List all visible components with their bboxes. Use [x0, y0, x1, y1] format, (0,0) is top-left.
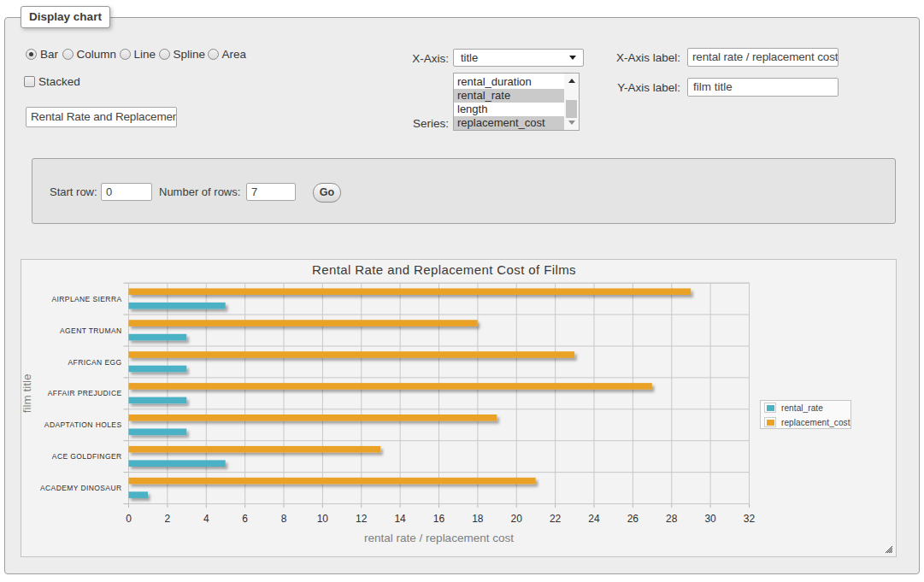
rows-panel: Start row: 0 Number of rows: 7 Go — [32, 158, 896, 224]
svg-text:10: 10 — [317, 513, 329, 525]
svg-text:0: 0 — [126, 513, 132, 525]
svg-text:AFFAIR PREJUDICE: AFFAIR PREJUDICE — [48, 389, 122, 397]
radio-bar[interactable] — [26, 49, 37, 60]
svg-text:AGENT TRUMAN: AGENT TRUMAN — [60, 326, 122, 335]
svg-text:18: 18 — [472, 513, 484, 525]
svg-text:30: 30 — [704, 513, 716, 525]
radio-spline-label[interactable]: Spline — [174, 48, 206, 61]
category-labels: AIRPLANE SIERRAAGENT TRUMANAFRICAN EGGAF… — [40, 295, 122, 492]
listbox-scrollbar[interactable] — [564, 73, 579, 130]
x-tick-labels: 02468101214161820222426283032 — [126, 513, 755, 525]
y-axis-title: film title — [21, 373, 33, 413]
svg-text:6: 6 — [242, 513, 248, 525]
page: Display chart Bar Column Line Spline Are… — [0, 0, 924, 582]
svg-text:AIRPLANE SIERRA: AIRPLANE SIERRA — [51, 295, 121, 303]
x-axis-select[interactable]: title — [453, 49, 584, 67]
stacked-label[interactable]: Stacked — [38, 75, 80, 88]
svg-text:28: 28 — [666, 513, 678, 525]
svg-text:4: 4 — [203, 513, 209, 525]
series-select-label: Series: — [368, 117, 449, 130]
radio-line[interactable] — [120, 49, 131, 60]
legend-label-replacement-cost: replacement_cost — [781, 418, 850, 427]
x-axis-title: rental rate / replacement cost — [364, 532, 514, 544]
radio-item-line[interactable]: Line — [120, 48, 156, 61]
chart-legend: rental_rate replacement_cost — [760, 400, 851, 429]
radio-item-column[interactable]: Column — [62, 48, 117, 61]
svg-text:20: 20 — [511, 513, 523, 525]
radio-area[interactable] — [208, 49, 219, 60]
svg-text:26: 26 — [627, 513, 639, 525]
listbox-option-rental-duration[interactable]: rental_duration — [454, 75, 579, 89]
select-dropdown-arrow-icon — [569, 56, 576, 60]
number-of-rows-label: Number of rows: — [159, 185, 249, 198]
legend-label-rental-rate: rental_rate — [781, 403, 823, 413]
legend-item-rental-rate: rental_rate — [764, 403, 850, 413]
svg-text:16: 16 — [433, 513, 445, 525]
chart-container: 02468101214161820222426283032AIRPLANE SI… — [21, 259, 897, 557]
series-listbox[interactable]: rental_duration rental_rate length repla… — [453, 73, 580, 131]
chart-title: Rental Rate and Replacement Cost of Film… — [312, 262, 576, 277]
x-axis-label-label: X-Axis label: — [590, 51, 680, 64]
radio-column-label[interactable]: Column — [77, 48, 117, 61]
radio-column[interactable] — [62, 49, 74, 60]
radio-item-area[interactable]: Area — [208, 48, 247, 61]
listbox-option-length[interactable]: length — [454, 103, 579, 116]
legend-swatch-rental-rate — [764, 403, 776, 413]
listbox-option-replacement-cost[interactable]: replacement_cost — [454, 116, 579, 130]
svg-text:ACE GOLDFINGER: ACE GOLDFINGER — [52, 452, 122, 461]
radio-item-spline[interactable]: Spline — [159, 48, 206, 61]
svg-text:ACADEMY DINOSAUR: ACADEMY DINOSAUR — [40, 484, 122, 492]
resize-handle-icon[interactable] — [885, 545, 892, 553]
svg-text:2: 2 — [165, 513, 171, 525]
chart-title-input[interactable]: Rental Rate and Replacement Cost of Film… — [26, 107, 177, 127]
radio-line-label[interactable]: Line — [134, 48, 156, 61]
svg-text:ADAPTATION HOLES: ADAPTATION HOLES — [44, 420, 122, 429]
svg-text:8: 8 — [281, 513, 287, 525]
svg-text:14: 14 — [394, 513, 406, 525]
y-axis-label-label: Y-Axis label: — [590, 81, 680, 94]
svg-text:AFRICAN EGG: AFRICAN EGG — [68, 358, 122, 367]
radio-item-bar[interactable]: Bar — [26, 48, 58, 61]
scrollbar-up-arrow-icon[interactable] — [568, 79, 575, 83]
stacked-checkbox[interactable] — [24, 76, 35, 87]
svg-text:32: 32 — [744, 513, 756, 525]
radio-bar-label[interactable]: Bar — [40, 48, 58, 61]
number-of-rows-input[interactable]: 7 — [246, 183, 296, 201]
scrollbar-thumb[interactable] — [566, 100, 577, 118]
legend-swatch-replacement-cost — [764, 417, 776, 427]
x-axis-select-label: X-Axis: — [368, 52, 449, 65]
svg-text:24: 24 — [588, 513, 600, 525]
listbox-option-rental-rate[interactable]: rental_rate — [454, 89, 579, 103]
scrollbar-down-arrow-icon[interactable] — [568, 121, 575, 125]
svg-text:12: 12 — [356, 513, 368, 525]
radio-area-label[interactable]: Area — [222, 48, 247, 61]
legend-item-replacement-cost: replacement_cost — [764, 417, 850, 427]
x-axis-label-input[interactable]: rental rate / replacement cost — [687, 48, 839, 67]
fieldset-legend: Display chart — [21, 6, 110, 28]
y-axis-label-input[interactable]: film title — [687, 78, 839, 97]
go-button[interactable]: Go — [313, 183, 341, 203]
radio-spline[interactable] — [159, 49, 170, 60]
start-row-input[interactable]: 0 — [101, 183, 152, 201]
svg-text:22: 22 — [550, 513, 562, 525]
x-axis-select-value: title — [461, 51, 478, 64]
stacked-checkbox-row[interactable]: Stacked — [24, 75, 80, 88]
